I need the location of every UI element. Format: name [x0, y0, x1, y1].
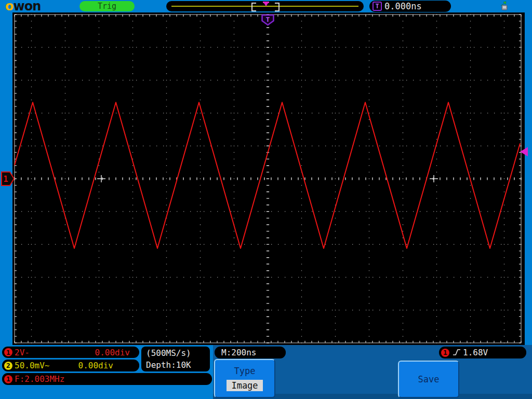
scope-display: 1T	[0, 0, 532, 345]
frequency-value: F:2.003MHz	[15, 374, 64, 384]
logo-letters-won: won	[14, 0, 41, 14]
trigger-status-label: Trig	[98, 2, 116, 11]
channel2-position: 0.00div	[78, 361, 139, 370]
channel1-badge: 1	[4, 348, 12, 356]
frequency-channel-badge: 1	[4, 375, 12, 383]
sample-rate: (500MS/s)	[141, 347, 191, 359]
type-selected-value: Image	[227, 380, 262, 391]
acquisition-readout: (500MS/s) Depth:10K	[141, 347, 210, 371]
usb-device-icon	[499, 1, 509, 11]
trigger-position-pointer-tip-icon	[264, 3, 268, 6]
frequency-counter-readout: 1 F:2.003MHz	[2, 373, 212, 385]
rising-edge-icon	[453, 349, 461, 356]
scope-background	[12, 11, 525, 345]
trigger-time-value: 0.000ns	[384, 1, 422, 11]
channel1-settings-readout: 1 2V- 0.00div	[2, 347, 139, 358]
trigger-time-readout: T 0.000ns	[369, 1, 451, 12]
bottom-status-bar: 1 2V- 0.00div 2 50.0mV~ 0.00div (500MS/s…	[0, 345, 532, 399]
owon-logo: owon	[5, 0, 41, 14]
timebase-value: M:200ns	[221, 348, 256, 357]
channel1-scale: 2V-	[15, 348, 30, 357]
channel2-settings-readout: 2 50.0mV~ 0.00div	[2, 360, 139, 371]
window-bracket-left-icon	[251, 3, 256, 11]
trigger-position-t-label: T	[266, 16, 270, 23]
save-label: Save	[418, 374, 440, 384]
channel2-scale: 50.0mV~	[15, 361, 49, 370]
channel1-position: 0.00div	[95, 348, 139, 357]
trigger-level-value: 1.68V	[463, 348, 488, 357]
logo-letter-o: o	[5, 0, 14, 14]
timebase-readout: M:200ns	[215, 347, 286, 358]
trigger-level-readout: 1 1.68V	[439, 347, 526, 358]
horizontal-position-indicator	[166, 1, 364, 11]
trigger-t-icon: T	[373, 2, 382, 11]
window-bracket-right-icon	[275, 3, 280, 11]
trigger-source-badge: 1	[441, 349, 449, 357]
channel2-badge: 2	[4, 362, 12, 370]
trigger-status-badge: Trig	[79, 1, 135, 11]
top-status-bar: owon Trig T 0.000ns	[0, 0, 532, 12]
save-softkey-button[interactable]: Save	[398, 361, 459, 398]
type-softkey-button[interactable]: Type Image	[214, 359, 275, 398]
memory-depth: Depth:10K	[141, 359, 191, 371]
type-label: Type	[234, 366, 256, 376]
channel1-marker-label: 1	[3, 175, 8, 184]
